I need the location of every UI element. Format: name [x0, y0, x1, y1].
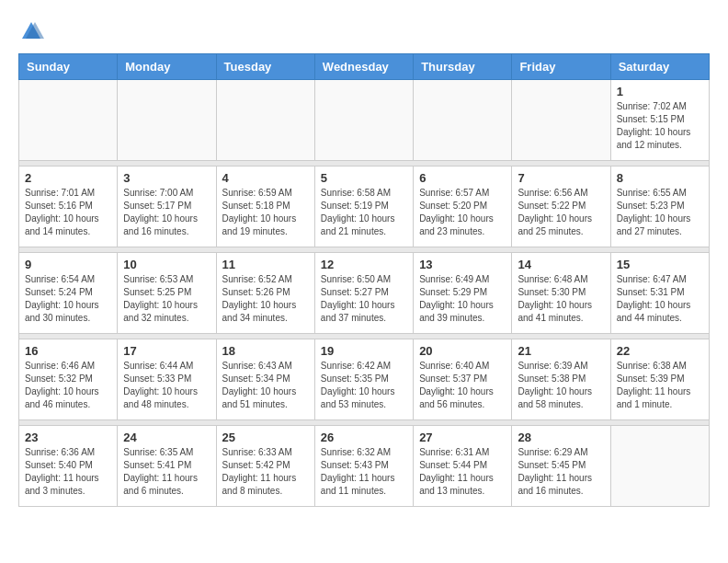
- day-info: Sunrise: 6:38 AM Sunset: 5:39 PM Dayligh…: [617, 360, 703, 411]
- day-info: Sunrise: 6:44 AM Sunset: 5:33 PM Dayligh…: [123, 360, 210, 411]
- day-info: Sunrise: 6:53 AM Sunset: 5:25 PM Dayligh…: [123, 273, 210, 325]
- calendar-cell: [118, 80, 216, 161]
- calendar-cell: 17Sunrise: 6:44 AM Sunset: 5:33 PM Dayli…: [118, 339, 216, 420]
- day-number: 25: [222, 431, 309, 444]
- weekday-header-monday: Monday: [118, 54, 216, 80]
- weekday-header-tuesday: Tuesday: [216, 54, 314, 80]
- calendar-cell: 22Sunrise: 6:38 AM Sunset: 5:39 PM Dayli…: [610, 339, 709, 420]
- calendar-cell: 16Sunrise: 6:46 AM Sunset: 5:32 PM Dayli…: [19, 339, 118, 420]
- day-number: 13: [419, 258, 506, 271]
- calendar-cell: 5Sunrise: 6:58 AM Sunset: 5:19 PM Daylig…: [314, 167, 413, 247]
- day-number: 23: [25, 431, 111, 444]
- day-info: Sunrise: 7:01 AM Sunset: 5:16 PM Dayligh…: [25, 187, 111, 238]
- day-number: 3: [123, 171, 210, 185]
- calendar-cell: 23Sunrise: 6:36 AM Sunset: 5:40 PM Dayli…: [19, 426, 118, 507]
- day-number: 14: [518, 258, 604, 271]
- day-info: Sunrise: 6:56 AM Sunset: 5:22 PM Dayligh…: [518, 187, 604, 238]
- calendar-cell: 27Sunrise: 6:31 AM Sunset: 5:44 PM Dayli…: [414, 426, 512, 507]
- day-info: Sunrise: 6:59 AM Sunset: 5:18 PM Dayligh…: [222, 187, 309, 238]
- calendar-cell: 14Sunrise: 6:48 AM Sunset: 5:30 PM Dayli…: [512, 253, 610, 334]
- day-info: Sunrise: 6:50 AM Sunset: 5:27 PM Dayligh…: [321, 273, 407, 325]
- calendar-cell: [512, 80, 610, 161]
- calendar-cell: 12Sunrise: 6:50 AM Sunset: 5:27 PM Dayli…: [314, 253, 413, 334]
- calendar-cell: 7Sunrise: 6:56 AM Sunset: 5:22 PM Daylig…: [512, 167, 610, 247]
- day-number: 10: [123, 258, 210, 271]
- calendar-week-1: 1Sunrise: 7:02 AM Sunset: 5:15 PM Daylig…: [19, 80, 710, 161]
- weekday-header-wednesday: Wednesday: [314, 54, 413, 80]
- calendar-cell: 8Sunrise: 6:55 AM Sunset: 5:23 PM Daylig…: [610, 167, 709, 247]
- day-number: 20: [419, 344, 506, 358]
- day-info: Sunrise: 6:35 AM Sunset: 5:41 PM Dayligh…: [123, 446, 210, 498]
- day-info: Sunrise: 6:55 AM Sunset: 5:23 PM Dayligh…: [617, 187, 703, 238]
- day-info: Sunrise: 6:52 AM Sunset: 5:26 PM Dayligh…: [222, 273, 309, 325]
- calendar-cell: 18Sunrise: 6:43 AM Sunset: 5:34 PM Dayli…: [216, 339, 314, 420]
- day-number: 18: [222, 344, 309, 358]
- day-info: Sunrise: 6:32 AM Sunset: 5:43 PM Dayligh…: [321, 446, 407, 498]
- calendar-week-4: 16Sunrise: 6:46 AM Sunset: 5:32 PM Dayli…: [19, 339, 710, 420]
- calendar-cell: 13Sunrise: 6:49 AM Sunset: 5:29 PM Dayli…: [414, 253, 512, 334]
- logo-icon: [18, 18, 44, 44]
- day-number: 1: [617, 85, 703, 98]
- day-info: Sunrise: 6:31 AM Sunset: 5:44 PM Dayligh…: [419, 446, 506, 498]
- calendar-cell: 21Sunrise: 6:39 AM Sunset: 5:38 PM Dayli…: [512, 339, 610, 420]
- page-header: [18, 18, 710, 44]
- weekday-header-friday: Friday: [512, 54, 610, 80]
- day-number: 12: [321, 258, 407, 271]
- calendar-cell: [19, 80, 118, 161]
- day-info: Sunrise: 6:29 AM Sunset: 5:45 PM Dayligh…: [518, 446, 604, 498]
- day-number: 19: [321, 344, 407, 358]
- calendar-cell: 24Sunrise: 6:35 AM Sunset: 5:41 PM Dayli…: [118, 426, 216, 507]
- day-info: Sunrise: 6:33 AM Sunset: 5:42 PM Dayligh…: [222, 446, 309, 498]
- day-number: 17: [123, 344, 210, 358]
- day-number: 4: [222, 171, 309, 185]
- calendar-cell: [414, 80, 512, 161]
- day-info: Sunrise: 6:48 AM Sunset: 5:30 PM Dayligh…: [518, 273, 604, 325]
- weekday-header-row: SundayMondayTuesdayWednesdayThursdayFrid…: [19, 54, 710, 80]
- calendar-cell: [610, 426, 709, 507]
- day-info: Sunrise: 6:49 AM Sunset: 5:29 PM Dayligh…: [419, 273, 506, 325]
- day-info: Sunrise: 7:02 AM Sunset: 5:15 PM Dayligh…: [617, 100, 703, 152]
- calendar-cell: 6Sunrise: 6:57 AM Sunset: 5:20 PM Daylig…: [414, 167, 512, 247]
- calendar-cell: 2Sunrise: 7:01 AM Sunset: 5:16 PM Daylig…: [19, 167, 118, 247]
- calendar-table: SundayMondayTuesdayWednesdayThursdayFrid…: [18, 53, 710, 507]
- calendar-week-3: 9Sunrise: 6:54 AM Sunset: 5:24 PM Daylig…: [19, 253, 710, 334]
- day-number: 24: [123, 431, 210, 444]
- calendar-cell: 25Sunrise: 6:33 AM Sunset: 5:42 PM Dayli…: [216, 426, 314, 507]
- calendar-cell: [216, 80, 314, 161]
- weekday-header-thursday: Thursday: [414, 54, 512, 80]
- day-info: Sunrise: 6:36 AM Sunset: 5:40 PM Dayligh…: [25, 446, 111, 498]
- day-info: Sunrise: 6:46 AM Sunset: 5:32 PM Dayligh…: [25, 360, 111, 411]
- weekday-header-saturday: Saturday: [610, 54, 709, 80]
- day-info: Sunrise: 6:54 AM Sunset: 5:24 PM Dayligh…: [25, 273, 111, 325]
- day-info: Sunrise: 6:43 AM Sunset: 5:34 PM Dayligh…: [222, 360, 309, 411]
- day-number: 27: [419, 431, 506, 444]
- day-number: 11: [222, 258, 309, 271]
- day-info: Sunrise: 6:58 AM Sunset: 5:19 PM Dayligh…: [321, 187, 407, 238]
- day-number: 21: [518, 344, 604, 358]
- day-info: Sunrise: 6:40 AM Sunset: 5:37 PM Dayligh…: [419, 360, 506, 411]
- calendar-cell: 26Sunrise: 6:32 AM Sunset: 5:43 PM Dayli…: [314, 426, 413, 507]
- day-number: 28: [518, 431, 604, 444]
- calendar-cell: 10Sunrise: 6:53 AM Sunset: 5:25 PM Dayli…: [118, 253, 216, 334]
- day-number: 8: [617, 171, 703, 185]
- weekday-header-sunday: Sunday: [19, 54, 118, 80]
- day-number: 16: [25, 344, 111, 358]
- calendar-week-5: 23Sunrise: 6:36 AM Sunset: 5:40 PM Dayli…: [19, 426, 710, 507]
- day-number: 9: [25, 258, 111, 271]
- logo: [18, 18, 48, 44]
- day-info: Sunrise: 7:00 AM Sunset: 5:17 PM Dayligh…: [123, 187, 210, 238]
- day-info: Sunrise: 6:47 AM Sunset: 5:31 PM Dayligh…: [617, 273, 703, 325]
- day-info: Sunrise: 6:42 AM Sunset: 5:35 PM Dayligh…: [321, 360, 407, 411]
- day-number: 15: [617, 258, 703, 271]
- day-number: 26: [321, 431, 407, 444]
- day-number: 5: [321, 171, 407, 185]
- calendar-cell: 15Sunrise: 6:47 AM Sunset: 5:31 PM Dayli…: [610, 253, 709, 334]
- calendar-cell: 3Sunrise: 7:00 AM Sunset: 5:17 PM Daylig…: [118, 167, 216, 247]
- day-number: 6: [419, 171, 506, 185]
- calendar-cell: 4Sunrise: 6:59 AM Sunset: 5:18 PM Daylig…: [216, 167, 314, 247]
- calendar-week-2: 2Sunrise: 7:01 AM Sunset: 5:16 PM Daylig…: [19, 167, 710, 247]
- calendar-cell: 9Sunrise: 6:54 AM Sunset: 5:24 PM Daylig…: [19, 253, 118, 334]
- calendar-cell: [314, 80, 413, 161]
- day-number: 2: [25, 171, 111, 185]
- day-info: Sunrise: 6:39 AM Sunset: 5:38 PM Dayligh…: [518, 360, 604, 411]
